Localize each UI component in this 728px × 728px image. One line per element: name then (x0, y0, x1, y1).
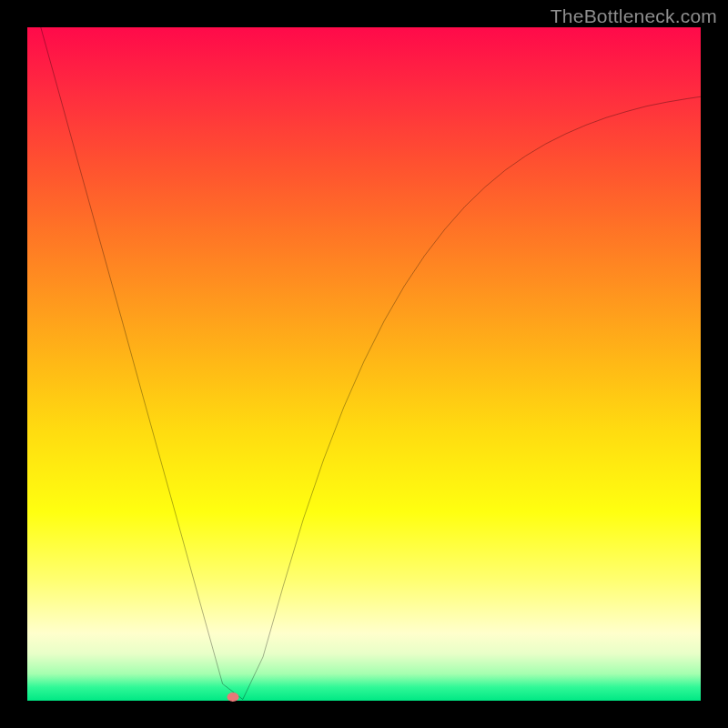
optimal-point-marker (227, 693, 238, 702)
bottleneck-curve (27, 27, 701, 701)
chart-frame: TheBottleneck.com (0, 0, 728, 728)
plot-area (27, 27, 701, 701)
watermark-text: TheBottleneck.com (551, 5, 717, 27)
